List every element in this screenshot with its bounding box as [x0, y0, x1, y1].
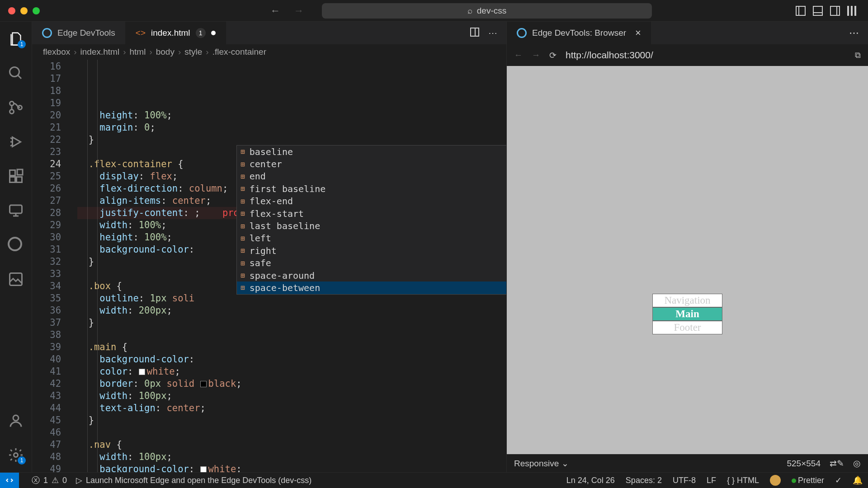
code-token: 100% — [139, 220, 161, 230]
code-line[interactable]: width: 100px; — [77, 390, 506, 402]
browser-back-icon[interactable]: ← — [514, 50, 523, 60]
problems-summary[interactable]: ⓧ1 ⚠0 — [32, 475, 67, 486]
color-swatch-icon[interactable] — [200, 381, 207, 387]
customize-layout-icon[interactable] — [847, 6, 857, 16]
forward-arrow-icon[interactable]: → — [294, 5, 304, 17]
viewport-width[interactable]: 525 — [787, 459, 801, 469]
viewport-height[interactable]: 554 — [806, 459, 821, 469]
code-line[interactable]: height: 100%; — [77, 109, 506, 122]
breadcrumb-item[interactable]: style — [184, 47, 202, 57]
search-activity-icon[interactable] — [8, 65, 24, 81]
close-tab-icon[interactable]: × — [635, 27, 641, 39]
code-line[interactable]: color: white; — [77, 366, 506, 378]
address-bar[interactable]: http://localhost:3000/ — [566, 50, 846, 61]
notifications-icon[interactable]: 🔔 — [853, 475, 863, 485]
code-token: : — [127, 220, 139, 230]
inspect-element-icon[interactable]: ◎ — [853, 458, 861, 469]
code-line[interactable]: border: 0px solid black; — [77, 378, 506, 390]
edge-tools-icon[interactable] — [8, 237, 24, 253]
accounts-icon[interactable] — [8, 413, 24, 429]
toggle-primary-sidebar-icon[interactable] — [796, 6, 806, 16]
autocomplete-item[interactable]: ⊞first baseline — [237, 183, 506, 195]
code-line[interactable]: width: 100px; — [77, 451, 506, 463]
autocomplete-item[interactable]: ⊞space-around — [237, 269, 506, 282]
breadcrumbs[interactable]: flexbox›index.html›html›body›style›.flex… — [32, 44, 506, 60]
color-swatch-icon[interactable] — [200, 466, 207, 472]
prettier-status[interactable]: Prettier — [792, 476, 824, 485]
tab-problems-badge: 1 — [196, 28, 206, 38]
code-line[interactable]: } — [77, 317, 506, 329]
autocomplete-item[interactable]: ⊞center — [237, 158, 506, 170]
color-swatch-icon[interactable] — [139, 369, 145, 375]
cursor-position[interactable]: Ln 24, Col 26 — [566, 476, 615, 485]
code-line[interactable]: width: 200px; — [77, 305, 506, 317]
settings-gear-icon[interactable]: 1 — [8, 447, 24, 463]
autocomplete-item[interactable]: ⊞baseline — [237, 145, 506, 158]
edge-icon — [42, 28, 52, 38]
responsive-mode-dropdown[interactable]: Responsive ⌄ — [514, 458, 569, 469]
run-debug-icon[interactable] — [8, 134, 24, 150]
code-line[interactable]: text-align: center; — [77, 402, 506, 414]
autocomplete-item[interactable]: ⊞flex-start — [237, 207, 506, 220]
tab-index-html[interactable]: <> index.html 1 — [126, 22, 226, 44]
more-actions-icon[interactable]: ⋯ — [488, 28, 497, 38]
svg-rect-8 — [10, 205, 22, 213]
code-line[interactable] — [77, 329, 506, 341]
minimize-window-button[interactable] — [20, 7, 28, 14]
code-token: { — [116, 342, 127, 352]
autocomplete-item[interactable]: ⊞flex-end — [237, 195, 506, 207]
code-token: : ; — [184, 207, 222, 218]
code-line[interactable]: background-color: — [77, 353, 506, 366]
encoding[interactable]: UTF-8 — [673, 476, 696, 485]
feedback-icon[interactable]: ✓ — [835, 475, 842, 485]
toggle-panel-icon[interactable] — [813, 6, 823, 16]
browser-reload-icon[interactable]: ⟳ — [549, 50, 557, 61]
browser-viewport[interactable]: Navigation Main Footer — [507, 66, 868, 454]
autocomplete-item[interactable]: ⊞last baseline — [237, 220, 506, 232]
split-editor-icon[interactable] — [470, 28, 479, 37]
autocomplete-item[interactable]: ⊞safe — [237, 257, 506, 269]
language-mode[interactable]: { } HTML — [727, 476, 759, 485]
autocomplete-popup[interactable]: ⊞baseline⊞center⊞end⊞first baseline⊞flex… — [236, 145, 506, 295]
autocomplete-item[interactable]: ⊞end — [237, 170, 506, 183]
back-arrow-icon[interactable]: ← — [270, 5, 280, 17]
rotate-icon[interactable]: ⇄ — [830, 458, 837, 469]
eyedropper-icon[interactable]: ✎ — [837, 458, 844, 469]
code-line[interactable] — [77, 427, 506, 439]
autocomplete-item[interactable]: ⊞space-between — [237, 282, 506, 294]
autocomplete-item[interactable]: ⊞right — [237, 244, 506, 257]
command-center-search[interactable]: ⌕ dev-css — [322, 3, 652, 19]
code-line[interactable]: .main { — [77, 341, 506, 353]
more-actions-icon[interactable]: ⋯ — [849, 27, 868, 39]
code-line[interactable]: } — [77, 414, 506, 427]
tab-browser-preview[interactable]: Edge DevTools: Browser × — [507, 22, 651, 44]
code-editor[interactable]: 1617181920212223242526272829303132333435… — [32, 60, 506, 472]
breadcrumb-item[interactable]: index.html — [80, 47, 120, 57]
remote-indicator[interactable] — [0, 473, 19, 488]
breadcrumb-item[interactable]: html — [129, 47, 146, 57]
code-line[interactable]: } — [77, 134, 506, 146]
code-line[interactable]: background-color: white; — [77, 463, 506, 472]
breadcrumb-item[interactable]: flexbox — [43, 47, 70, 57]
code-line[interactable]: .nav { — [77, 439, 506, 451]
code-line[interactable]: margin: 0; — [77, 122, 506, 134]
remote-explorer-icon[interactable] — [8, 202, 24, 219]
autocomplete-item[interactable]: ⊞left — [237, 232, 506, 244]
breadcrumb-item[interactable]: .flex-container — [212, 47, 266, 57]
navigation-arrows: ← → — [270, 5, 304, 17]
toggle-secondary-sidebar-icon[interactable] — [830, 6, 840, 16]
open-external-icon[interactable]: ⧉ — [855, 51, 861, 60]
extensions-icon[interactable] — [8, 168, 24, 184]
tab-edge-devtools[interactable]: Edge DevTools — [32, 22, 126, 44]
eol-sequence[interactable]: LF — [707, 476, 716, 485]
gallery-icon[interactable] — [8, 271, 24, 287]
live-share-avatar[interactable] — [770, 475, 781, 486]
maximize-window-button[interactable] — [33, 7, 40, 14]
explorer-icon[interactable]: 1 — [8, 31, 24, 47]
indentation[interactable]: Spaces: 2 — [626, 476, 662, 485]
source-control-icon[interactable] — [8, 99, 24, 116]
close-window-button[interactable] — [8, 7, 15, 14]
browser-forward-icon[interactable]: → — [532, 50, 540, 60]
breadcrumb-item[interactable]: body — [156, 47, 175, 57]
debug-launch-hint[interactable]: ▷ Launch Microsoft Edge and open the Edg… — [76, 475, 311, 485]
